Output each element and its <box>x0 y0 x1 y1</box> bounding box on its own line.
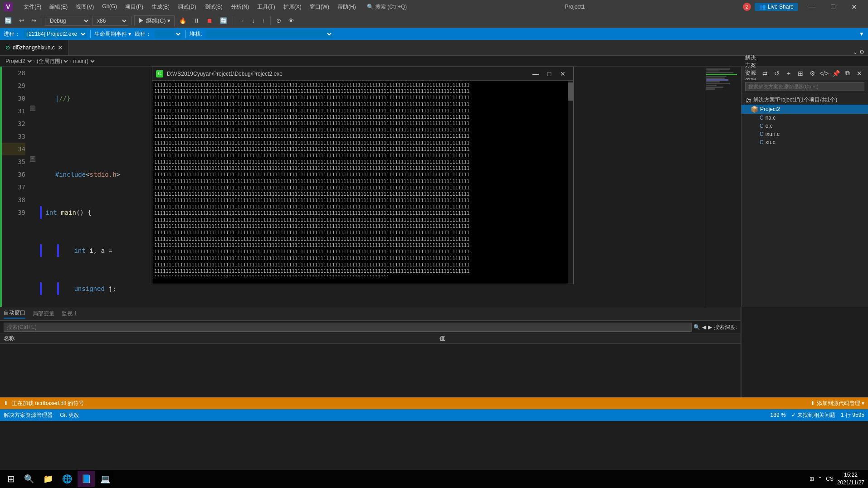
console-maximize-btn[interactable]: □ <box>542 68 556 79</box>
project-item[interactable]: 📦 Project2 <box>741 105 868 114</box>
close-button[interactable]: ✕ <box>844 0 864 14</box>
clock: 15:22 2021/11/27 <box>837 471 864 487</box>
step-over-btn[interactable]: → <box>236 16 247 25</box>
minimize-button[interactable]: — <box>802 0 823 14</box>
tab-close-button[interactable]: ✕ <box>58 44 63 51</box>
live-share-button[interactable]: 👥 Live Share <box>755 3 798 11</box>
line-numbers: 28 29 30 31 32 33 34 35 36 37 38 39 <box>2 67 29 307</box>
file-icon-1: C <box>760 123 764 129</box>
tab-bar: ⊙ di5zhangshixun.c ✕ ⌄ ⚙ <box>0 40 868 56</box>
vs-taskbar-button[interactable]: 📘 <box>78 471 95 487</box>
debug-config-dropdown[interactable]: Debug <box>45 16 90 26</box>
menu-window[interactable]: 窗口(W) <box>306 2 333 12</box>
se-filter-btn[interactable]: ⊞ <box>795 68 805 78</box>
se-refresh-btn[interactable]: ↺ <box>772 68 782 78</box>
auto-tab[interactable]: 自动窗口 <box>4 309 25 319</box>
console-taskbar-button[interactable]: 💻 <box>97 471 114 487</box>
browser-button[interactable]: 🌐 <box>59 471 76 487</box>
pause-btn[interactable]: ⏸ <box>191 16 202 25</box>
scope-breadcrumb[interactable]: (全局范围) <box>35 58 69 65</box>
console-scrollbar[interactable] <box>568 81 573 284</box>
nav-prev-btn[interactable]: ◀ <box>702 324 706 330</box>
se-pin-btn[interactable]: 📌 <box>831 68 841 78</box>
auto-search-input[interactable] <box>4 323 692 332</box>
tab-overflow-btn[interactable]: ⌄ <box>853 49 858 55</box>
redo-btn[interactable]: ↪ <box>29 16 39 25</box>
toolbar-separator-4 <box>270 16 271 25</box>
project-breadcrumb[interactable]: Project2 <box>4 58 33 65</box>
file-item-1[interactable]: C o.c <box>741 122 868 130</box>
watch-tab[interactable]: 监视 1 <box>62 310 77 318</box>
file-item-2[interactable]: C ixun.c <box>741 130 868 138</box>
file-icon-2: C <box>760 131 764 137</box>
file-explorer-button[interactable]: 📁 <box>39 471 57 487</box>
tab-icon: ⊙ <box>5 44 10 51</box>
locals-tab[interactable]: 局部变量 <box>33 310 54 318</box>
new-file-btn[interactable]: 🔄 <box>2 16 15 25</box>
console-scrollbar-thumb[interactable] <box>568 82 573 101</box>
thread-selector[interactable] <box>155 30 182 38</box>
file-item-3[interactable]: C xu.c <box>741 138 868 146</box>
hot-reload-btn[interactable]: 🔥 <box>176 16 189 25</box>
start-button[interactable]: ⊞ <box>4 471 19 487</box>
breakpoint-btn[interactable]: ⊙ <box>273 16 284 25</box>
editor-container[interactable]: 28 29 30 31 32 33 34 35 36 37 38 39 − − <box>0 67 741 307</box>
collapse-btn-34[interactable]: − <box>30 155 36 162</box>
zoom-level[interactable]: 189 % <box>770 412 786 418</box>
notification-badge[interactable]: 2 <box>743 3 751 11</box>
menu-debug[interactable]: 调试(D) <box>174 2 200 12</box>
nav-next-btn[interactable]: ▶ <box>708 324 712 330</box>
git-status[interactable]: Git 更改 <box>60 411 79 419</box>
menu-extensions[interactable]: 扩展(X) <box>280 2 305 12</box>
step-into-btn[interactable]: ↓ <box>249 16 258 25</box>
se-undock-btn[interactable]: ⧉ <box>843 68 853 78</box>
process-selector[interactable]: [22184] Project2.exe <box>24 30 87 38</box>
console-window[interactable]: C D:\VS2019Cyuyan\Project1\Debug\Project… <box>152 67 574 284</box>
step-out-btn[interactable]: ↑ <box>259 16 268 25</box>
add-source-label[interactable]: ⬆ 添加到源代码管理 ▾ <box>810 400 864 407</box>
search-button[interactable]: 🔍 <box>20 471 38 487</box>
menu-help[interactable]: 帮助(H) <box>334 2 360 12</box>
solution-explorer-status[interactable]: 解决方案资源管理器 <box>4 411 53 419</box>
right-sidebar: 解决方案资源管理器 ⇄ ↺ + ⊞ ⚙ </> 📌 ⧉ ✕ 🗂 解决方案"Pro… <box>741 67 868 307</box>
menu-analyze[interactable]: 分析(N) <box>227 2 253 12</box>
taskbar-language-label: CS <box>826 476 834 482</box>
menu-view[interactable]: 视图(V) <box>72 2 98 12</box>
console-close-btn[interactable]: ✕ <box>556 68 570 79</box>
platform-dropdown[interactable]: x86 <box>92 16 128 26</box>
tab-settings-btn[interactable]: ⚙ <box>859 49 864 55</box>
solution-search-input[interactable] <box>745 82 864 91</box>
undo-btn[interactable]: ↩ <box>16 16 27 25</box>
problems-status: ✓ 未找到相关问题 <box>791 411 835 419</box>
titlebar: V 文件(F) 编辑(E) 视图(V) Git(G) 项目(P) 生成(B) 调… <box>0 0 868 14</box>
menu-project[interactable]: 项目(P) <box>122 2 147 12</box>
restart-btn[interactable]: 🔄 <box>217 16 230 25</box>
tab-main-file[interactable]: ⊙ di5zhangshixun.c ✕ <box>0 39 69 55</box>
collapse-btn-31[interactable]: − <box>30 105 36 111</box>
breadcrumb: Project2 › (全局范围) › main() <box>0 56 868 67</box>
continue-btn[interactable]: ▶ 继续(C) ▾ <box>134 15 175 26</box>
function-breadcrumb[interactable]: main() <box>71 58 96 65</box>
menu-test[interactable]: 测试(S) <box>201 2 226 12</box>
se-add-btn[interactable]: + <box>784 68 794 78</box>
taskbar-grid-btn[interactable]: ⊞ <box>809 476 814 482</box>
se-close-btn[interactable]: ✕ <box>854 68 864 78</box>
callstack-selector[interactable] <box>206 30 333 38</box>
file-item-0[interactable]: C na.c <box>741 114 868 122</box>
menu-git[interactable]: Git(G) <box>98 2 121 12</box>
se-settings-btn[interactable]: ⚙ <box>807 68 817 78</box>
menu-edit[interactable]: 编辑(E) <box>46 2 71 12</box>
se-sync-btn[interactable]: ⇄ <box>760 68 770 78</box>
stop-btn[interactable]: ⏹ <box>204 16 215 25</box>
taskbar-up-btn[interactable]: ⌃ <box>818 476 822 482</box>
console-minimize-btn[interactable]: — <box>529 68 542 79</box>
menu-tools[interactable]: 工具(T) <box>254 2 278 12</box>
menu-build[interactable]: 生成(B) <box>148 2 173 12</box>
maximize-button[interactable]: □ <box>823 0 844 14</box>
solution-item[interactable]: 🗂 解决方案"Project1"(1个项目/共1个) <box>741 95 868 105</box>
menu-file[interactable]: 文件(F) <box>20 2 45 12</box>
lifecycle-label: 生命周期事件 ▾ <box>94 30 131 38</box>
thread-label: 线程： <box>135 30 151 38</box>
watch-btn[interactable]: 👁 <box>286 16 297 25</box>
se-code-btn[interactable]: </> <box>819 68 829 78</box>
